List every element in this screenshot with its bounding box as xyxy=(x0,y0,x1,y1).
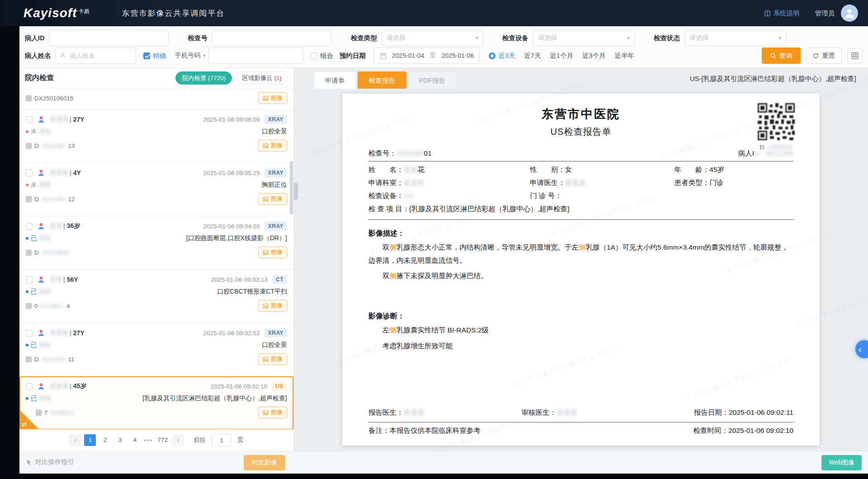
tab-pdf-report[interactable]: PDF报告 xyxy=(408,71,457,89)
goto-unit-label: 页 xyxy=(237,436,244,444)
separator: | xyxy=(63,223,65,230)
compare-guide-link[interactable]: 对比操作指引 xyxy=(26,458,74,466)
exam-card-partial[interactable]: DX250106015 图像 xyxy=(19,89,293,109)
patient-age: 56Y xyxy=(67,276,78,283)
exam-card[interactable]: 某某某 | 27Y 2025-01-06 09:06:09 XRAY 未报告 口… xyxy=(19,109,293,163)
compare-images-button[interactable]: 对比影像 xyxy=(244,455,285,470)
phone-input[interactable] xyxy=(208,47,303,64)
separator: | xyxy=(70,329,71,337)
avatar[interactable] xyxy=(841,5,858,22)
image-button[interactable]: 图像 xyxy=(258,407,287,418)
patient-name-input[interactable] xyxy=(56,47,136,64)
status-redacted: 报告 xyxy=(39,288,52,296)
image-button[interactable]: 图像 xyxy=(258,353,287,365)
exam-list: DX250106015 图像 某某某 xyxy=(19,89,293,429)
exam-checkbox[interactable] xyxy=(26,223,33,230)
tab-region-label: 区域影像云 ( xyxy=(242,75,276,81)
reset-button[interactable]: 重置 xyxy=(806,47,842,64)
exam-card-selected[interactable]: 某某某 | 45岁 2025-01-06 09:02:10 US 已报告 [乳腺… xyxy=(19,376,293,429)
report-tabs: 申请单 检查报告 PDF报告 US-[乳腺及其引流区淋巴结彩超（乳腺中心）,超声… xyxy=(294,68,868,89)
date-from: 2025-01-04 xyxy=(392,52,425,59)
phone-field-select[interactable]: 手机号码 ▾ xyxy=(172,47,208,64)
patient-name-redacted: 某某某 xyxy=(50,169,69,176)
status-text: 已 xyxy=(31,288,37,296)
status-select[interactable]: 请选择 ▾ xyxy=(684,30,786,46)
range-option-6m[interactable]: 近半年 xyxy=(615,52,635,60)
status-placeholder: 请选择 xyxy=(689,34,776,42)
page-ellipsis[interactable]: ••• xyxy=(144,437,153,444)
panel-drag-handle[interactable] xyxy=(294,183,298,200)
image-button-label: 图像 xyxy=(271,302,283,310)
layout-toggle-button[interactable] xyxy=(847,48,863,63)
image-button[interactable]: 图像 xyxy=(258,300,287,312)
page-button-2[interactable]: 2 xyxy=(99,434,111,446)
range-option-3d[interactable]: 近3天 xyxy=(489,52,515,60)
exam-checkbox[interactable] xyxy=(26,170,33,176)
date-range-picker[interactable]: 2025-01-04 至 2025-01-06 xyxy=(374,47,480,64)
calendar-icon xyxy=(380,52,387,59)
status-redacted: 报告 xyxy=(39,394,52,403)
status-dot xyxy=(26,184,28,186)
range-option-1m[interactable]: 近1个月 xyxy=(550,52,573,60)
image-button[interactable]: 图像 xyxy=(258,140,287,152)
exam-checkbox[interactable] xyxy=(26,276,33,283)
report-panel: 申请单 检查报告 PDF报告 US-[乳腺及其引流区淋巴结彩超（乳腺中心）,超声… xyxy=(294,68,868,451)
exam-description: 口腔全景 xyxy=(262,128,287,136)
page-button-last[interactable]: 772 xyxy=(156,434,170,446)
combo-checkbox[interactable] xyxy=(311,52,317,59)
prev-page-button[interactable]: ‹ xyxy=(69,434,81,446)
tab-exam-report[interactable]: 检查报告 xyxy=(358,71,406,89)
report-patient-id: 病人ID：0012356 xyxy=(738,149,793,158)
list-scrollbar-thumb[interactable] xyxy=(290,161,293,214)
field-department: 申请科室：某某科 xyxy=(368,178,530,188)
tab-region-cloud[interactable]: 区域影像云 (1) xyxy=(236,71,288,85)
exam-type-select[interactable]: 请选择 ▾ xyxy=(382,30,483,46)
image-button[interactable]: 图像 xyxy=(258,92,287,104)
tab-application-form[interactable]: 申请单 xyxy=(314,71,356,89)
exam-checkbox[interactable] xyxy=(26,383,33,390)
report-note-row: 备注：本报告仅供本院临床科室参考 检查时间：2025-01-06 09:02:1… xyxy=(368,426,793,437)
accession-suffix: 13 xyxy=(68,142,75,149)
system-help-link[interactable]: 系统说明 xyxy=(764,9,800,18)
field-empty xyxy=(675,191,793,201)
accession-number: 081106024 xyxy=(26,303,70,309)
next-page-button[interactable]: › xyxy=(172,434,184,446)
exam-checkbox[interactable] xyxy=(26,116,33,123)
patient-id-label: 病人ID xyxy=(25,34,45,43)
exam-no-input[interactable] xyxy=(212,30,332,46)
range-6m-label: 近半年 xyxy=(615,52,635,60)
report-status: 已报告 xyxy=(26,341,52,349)
tab-hospital-exams[interactable]: 院内检查 (7720) xyxy=(175,71,232,85)
patient-id-input[interactable] xyxy=(49,30,169,46)
modality-badge: XRAY xyxy=(264,222,287,231)
image-button[interactable]: 图像 xyxy=(258,193,287,205)
user-name[interactable]: 管理员 xyxy=(815,9,835,18)
app-logo: Kayisoft 卡易 xyxy=(24,6,89,20)
page-button-4[interactable]: 4 xyxy=(129,434,141,446)
accession-prefix: 0 xyxy=(34,303,38,309)
patient-name-input-wrap xyxy=(56,47,136,64)
exact-checkbox[interactable] xyxy=(143,52,150,59)
device-select[interactable]: 请选择 ▾ xyxy=(533,30,635,46)
goto-page-input[interactable] xyxy=(212,434,231,446)
field-gender: 性 别：女 xyxy=(530,165,675,175)
image-icon xyxy=(263,356,269,362)
exam-card[interactable]: 某某某 | 4Y 2025-01-06 09:05:25 XRAY 未报告 胸部… xyxy=(19,163,293,216)
range-option-3m[interactable]: 近3个月 xyxy=(582,52,606,60)
range-option-7d[interactable]: 近7天 xyxy=(524,52,541,60)
exam-card[interactable]: 某某某 | 27Y 2025-01-06 09:02:52 XRAY 已报告 口… xyxy=(19,323,293,376)
image-button[interactable]: 图像 xyxy=(258,247,287,258)
refresh-icon xyxy=(813,53,819,59)
exam-time: 2025-01-06 09:03:13 xyxy=(211,276,268,283)
page-button-1[interactable]: 1 xyxy=(84,434,96,446)
search-button[interactable]: 查询 xyxy=(762,47,801,64)
page-button-3[interactable]: 3 xyxy=(114,434,126,446)
web-image-button[interactable]: Web图像 xyxy=(821,455,862,470)
exam-card[interactable]: 某某 | 36岁 2025-01-06 09:04:03 XRAY 已报告 [口… xyxy=(19,216,293,270)
exact-label: 精确 xyxy=(153,52,166,60)
exam-checkbox[interactable] xyxy=(26,330,33,337)
image-button-label: 图像 xyxy=(271,248,283,256)
exam-card[interactable]: 某某 | 56Y 2025-01-06 09:03:13 CT 已报告 口腔CB… xyxy=(19,270,293,323)
report-fields: 姓 名：某某花 性 别：女 年 龄：45岁 申请科室：某某科 申请医生：某某某 … xyxy=(368,163,793,217)
status-dot xyxy=(26,344,28,346)
